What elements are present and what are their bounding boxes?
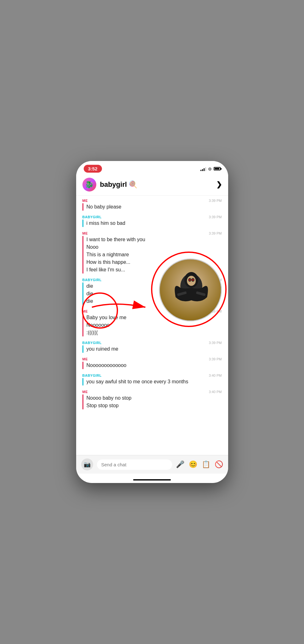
chat-header[interactable]: 🐉 babygirl 🍭 ❯: [76, 175, 228, 196]
message-text: die die die: [87, 282, 93, 305]
message-content: Nooooooooooooo: [82, 362, 222, 369]
message-meta: BABYGIRL3:40 PM: [82, 374, 222, 377]
message-text: i miss him so bad: [87, 219, 126, 227]
message-text: I want to be there with you Nooo This is…: [87, 236, 145, 274]
message-time: 3:40 PM: [209, 374, 222, 377]
message-content: I want to be there with you Nooo This is…: [82, 236, 222, 274]
message-bar: [82, 314, 83, 336]
message-meta: ME3:39 PM: [82, 357, 222, 361]
message-group: ME3:39 PMI want to be there with you Noo…: [82, 231, 222, 274]
signal-icon: [200, 167, 206, 171]
message-text: Noooo baby no stop Stop stop stop: [87, 394, 132, 409]
message-bar: [82, 345, 83, 353]
phone-frame: 3:52 ⊜ 🐉 babygirl 🍭 ❯ ME3:39 PMNo baby p…: [76, 161, 228, 483]
sender-label: BABYGIRL: [82, 341, 102, 345]
sender-label: BABYGIRL: [82, 278, 102, 282]
camera-button[interactable]: 📷: [81, 458, 93, 470]
message-time: 3:39 PM: [209, 199, 222, 203]
sender-label: ME: [82, 390, 88, 394]
status-time: 3:52: [84, 165, 102, 173]
battery-icon: [214, 167, 221, 170]
message-content: die die die: [82, 282, 222, 305]
message-text: No baby please: [87, 203, 121, 211]
message-group: BABYGIRL3:39 PMi miss him so bad: [82, 215, 222, 227]
status-icons: ⊜: [200, 166, 221, 171]
message-time: 3:39 PM: [209, 357, 222, 361]
microphone-icon[interactable]: 🎤: [176, 460, 184, 469]
message-content: No baby please: [82, 203, 222, 211]
home-indicator: [133, 479, 171, 480]
message-group: ME3:39 PMNo baby please: [82, 199, 222, 211]
input-bar[interactable]: 📷 🎤 😊 📋 🚫: [76, 455, 228, 474]
message-content: i miss him so bad: [82, 219, 222, 227]
emoji-icon[interactable]: 😊: [189, 460, 197, 469]
message-group: ME3:39 PMBaby you love me Nooooooo :((((…: [82, 309, 222, 336]
message-group: BABYGIRL3:40 PMyou say awful shit to me …: [82, 374, 222, 386]
message-text: Nooooooooooooo: [87, 362, 127, 369]
message-text: Baby you love me Nooooooo :((((((: [87, 314, 127, 336]
avatar: 🐉: [82, 178, 96, 192]
message-time: 3:39 PM: [209, 231, 222, 235]
message-content: you ruined me: [82, 345, 222, 353]
status-bar: 3:52 ⊜: [76, 161, 228, 175]
message-meta: ME3:39 PM: [82, 199, 222, 203]
sender-label: ME: [82, 357, 88, 361]
chevron-right-icon[interactable]: ❯: [216, 180, 222, 189]
message-group: BABYGIRL3:39 PMyou ruined me: [82, 341, 222, 353]
message-text: you ruined me: [87, 345, 118, 353]
contact-name: babygirl 🍭: [100, 180, 216, 189]
sender-label: BABYGIRL: [82, 215, 102, 219]
message-time: 3:39 PM: [209, 278, 222, 282]
message-group: ME3:40 PMNoooo baby no stop Stop stop st…: [82, 390, 222, 409]
message-text: you say awful shit to me once every 3 mo…: [87, 378, 189, 386]
message-content: Baby you love me Nooooooo :((((((: [82, 314, 222, 336]
message-bar: [82, 362, 83, 369]
message-bar: [82, 394, 83, 409]
message-bar: [82, 236, 83, 274]
sender-label: ME: [82, 309, 88, 313]
message-meta: ME3:39 PM: [82, 231, 222, 235]
message-group: ME3:39 PMNooooooooooooo: [82, 357, 222, 369]
message-meta: BABYGIRL3:39 PM: [82, 215, 222, 219]
message-content: you say awful shit to me once every 3 mo…: [82, 378, 222, 386]
message-group: BABYGIRL3:39 PMdie die die: [82, 278, 222, 305]
camera-icon: 📷: [84, 461, 91, 468]
chat-area: ME3:39 PMNo baby pleaseBABYGIRL3:39 PMi …: [76, 196, 228, 453]
message-bar: [82, 219, 83, 227]
sender-label: BABYGIRL: [82, 374, 102, 377]
message-time: 3:39 PM: [209, 215, 222, 219]
chat-input[interactable]: [97, 459, 172, 470]
message-meta: BABYGIRL3:39 PM: [82, 278, 222, 282]
sender-label: ME: [82, 231, 88, 235]
message-bar: [82, 203, 83, 211]
message-content: Noooo baby no stop Stop stop stop: [82, 394, 222, 409]
sender-label: ME: [82, 199, 88, 203]
sticker-icon[interactable]: 📋: [202, 460, 210, 469]
message-time: 3:39 PM: [209, 309, 222, 313]
message-bar: [82, 282, 83, 305]
message-meta: ME3:39 PM: [82, 309, 222, 313]
wifi-icon: ⊜: [208, 166, 212, 171]
message-meta: BABYGIRL3:39 PM: [82, 341, 222, 345]
message-time: 3:39 PM: [209, 341, 222, 345]
bitmoji-icon[interactable]: 🚫: [215, 460, 223, 469]
input-icons: 🎤 😊 📋 🚫: [176, 460, 223, 469]
message-time: 3:40 PM: [209, 390, 222, 394]
message-bar: [82, 378, 83, 386]
message-meta: ME3:40 PM: [82, 390, 222, 394]
